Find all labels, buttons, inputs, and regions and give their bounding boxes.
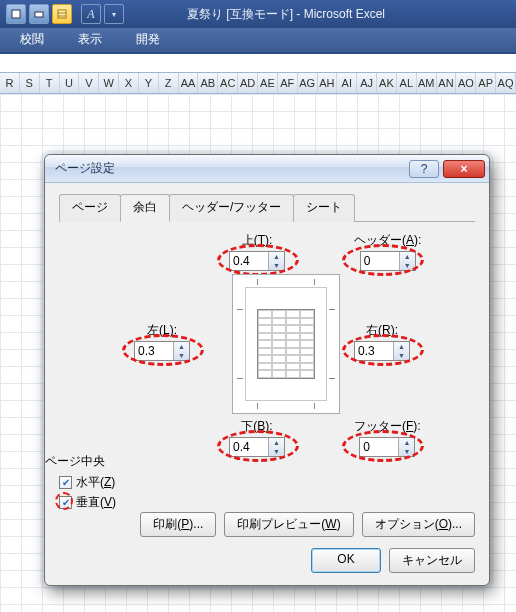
margin-top-label: 上(T): bbox=[229, 232, 285, 249]
center-horizontal-label: 水平(Z) bbox=[76, 474, 115, 491]
qat-button-1[interactable] bbox=[6, 4, 26, 24]
margin-header-label: ヘッダー(A): bbox=[354, 232, 421, 249]
window-title: 夏祭り [互換モード] - Microsoft Excel bbox=[187, 6, 385, 23]
chevron-up-icon[interactable]: ▲ bbox=[394, 342, 409, 351]
column-header[interactable]: AB bbox=[198, 73, 218, 93]
margin-bottom-label: 下(B): bbox=[229, 418, 285, 435]
tab-sheet[interactable]: シート bbox=[293, 194, 355, 222]
margin-footer-spinner[interactable]: 0 ▲▼ bbox=[359, 437, 415, 457]
column-header[interactable]: U bbox=[60, 73, 80, 93]
margin-right-label: 右(R): bbox=[354, 322, 410, 339]
column-header[interactable]: Z bbox=[159, 73, 179, 93]
ribbon-tab-view[interactable]: 表示 bbox=[72, 27, 108, 52]
chevron-down-icon[interactable]: ▼ bbox=[399, 447, 414, 456]
column-header[interactable]: AM bbox=[417, 73, 437, 93]
column-header[interactable]: T bbox=[40, 73, 60, 93]
column-header[interactable]: AE bbox=[258, 73, 278, 93]
margin-bottom-spinner[interactable]: 0.4 ▲▼ bbox=[229, 437, 285, 457]
column-header[interactable]: AP bbox=[476, 73, 496, 93]
column-header[interactable]: AC bbox=[218, 73, 238, 93]
center-horizontal-checkbox[interactable]: ✔ bbox=[59, 476, 72, 489]
qat-dropdown[interactable]: ▾ bbox=[104, 4, 124, 24]
dialog-ok-cancel-row: OK キャンセル bbox=[311, 548, 475, 573]
chevron-up-icon[interactable]: ▲ bbox=[269, 438, 284, 447]
dialog-title: ページ設定 bbox=[55, 160, 405, 177]
margin-right-spinner[interactable]: 0.3 ▲▼ bbox=[354, 341, 410, 361]
column-header[interactable]: AK bbox=[377, 73, 397, 93]
svg-rect-2 bbox=[58, 10, 66, 18]
column-header[interactable]: Y bbox=[139, 73, 159, 93]
page-center-title: ページ中央 bbox=[45, 453, 116, 470]
column-header[interactable]: AA bbox=[179, 73, 199, 93]
margin-left-label: 左(L): bbox=[134, 322, 190, 339]
quick-access-toolbar: A ▾ 夏祭り [互換モード] - Microsoft Excel bbox=[0, 0, 516, 28]
margins-panel: 上(T): 0.4 ▲▼ ヘッダー(A): 0 ▲▼ 左(L): bbox=[59, 232, 475, 462]
column-header[interactable]: R bbox=[0, 73, 20, 93]
column-header[interactable]: AN bbox=[437, 73, 457, 93]
svg-rect-1 bbox=[35, 12, 43, 17]
svg-rect-0 bbox=[12, 10, 20, 18]
qat-button-font[interactable]: A bbox=[81, 4, 101, 24]
chevron-up-icon[interactable]: ▲ bbox=[399, 438, 414, 447]
center-vertical-checkbox[interactable]: ✔ bbox=[59, 496, 72, 509]
page-center-group: ページ中央 ✔ 水平(Z) ✔ 垂直(V) bbox=[45, 453, 116, 514]
dialog-action-row: 印刷(P)... 印刷プレビュー(W) オプション(O)... bbox=[140, 512, 475, 537]
margin-footer-label: フッター(F): bbox=[354, 418, 421, 435]
column-header[interactable]: AF bbox=[278, 73, 298, 93]
tab-margins[interactable]: 余白 bbox=[120, 194, 170, 222]
ribbon-tab-developer[interactable]: 開発 bbox=[130, 27, 166, 52]
column-header[interactable]: AD bbox=[238, 73, 258, 93]
margin-top-spinner[interactable]: 0.4 ▲▼ bbox=[229, 251, 285, 271]
column-header[interactable]: AQ bbox=[496, 73, 516, 93]
dialog-tabs: ページ 余白 ヘッダー/フッター シート bbox=[59, 193, 475, 222]
column-header[interactable]: S bbox=[20, 73, 40, 93]
column-header[interactable]: W bbox=[99, 73, 119, 93]
ok-button[interactable]: OK bbox=[311, 548, 381, 573]
column-header[interactable]: AO bbox=[456, 73, 476, 93]
tab-header-footer[interactable]: ヘッダー/フッター bbox=[169, 194, 294, 222]
qat-button-3[interactable] bbox=[52, 4, 72, 24]
dialog-help-button[interactable]: ? bbox=[409, 160, 439, 178]
chevron-down-icon[interactable]: ▼ bbox=[174, 351, 189, 360]
chevron-down-icon[interactable]: ▼ bbox=[269, 447, 284, 456]
margin-header-spinner[interactable]: 0 ▲▼ bbox=[360, 251, 416, 271]
column-header[interactable]: AG bbox=[298, 73, 318, 93]
column-header[interactable]: AL bbox=[397, 73, 417, 93]
column-header[interactable]: AJ bbox=[357, 73, 377, 93]
chevron-up-icon[interactable]: ▲ bbox=[400, 252, 415, 261]
column-header[interactable]: V bbox=[79, 73, 99, 93]
center-vertical-label: 垂直(V) bbox=[76, 494, 116, 511]
chevron-down-icon[interactable]: ▼ bbox=[269, 261, 284, 270]
print-preview-button[interactable]: 印刷プレビュー(W) bbox=[224, 512, 353, 537]
chevron-down-icon[interactable]: ▼ bbox=[394, 351, 409, 360]
page-setup-dialog: ページ設定 ? × ページ 余白 ヘッダー/フッター シート 上(T): 0.4… bbox=[44, 154, 490, 586]
column-header[interactable]: AH bbox=[318, 73, 338, 93]
column-header[interactable]: AI bbox=[337, 73, 357, 93]
qat-button-2[interactable] bbox=[29, 4, 49, 24]
column-header[interactable]: X bbox=[119, 73, 139, 93]
chevron-down-icon[interactable]: ▼ bbox=[400, 261, 415, 270]
ribbon-tabs: 校閲 表示 開発 bbox=[0, 28, 516, 54]
column-headers: RSTUVWXYZAAABACADAEAFAGAHAIAJAKALAMANAOA… bbox=[0, 72, 516, 94]
print-button[interactable]: 印刷(P)... bbox=[140, 512, 216, 537]
cancel-button[interactable]: キャンセル bbox=[389, 548, 475, 573]
chevron-up-icon[interactable]: ▲ bbox=[269, 252, 284, 261]
chevron-up-icon[interactable]: ▲ bbox=[174, 342, 189, 351]
margin-left-spinner[interactable]: 0.3 ▲▼ bbox=[134, 341, 190, 361]
dialog-titlebar[interactable]: ページ設定 ? × bbox=[45, 155, 489, 183]
options-button[interactable]: オプション(O)... bbox=[362, 512, 475, 537]
ribbon-tab-review[interactable]: 校閲 bbox=[14, 27, 50, 52]
dialog-close-button[interactable]: × bbox=[443, 160, 485, 178]
margin-preview bbox=[232, 274, 340, 414]
tab-page[interactable]: ページ bbox=[59, 194, 121, 222]
